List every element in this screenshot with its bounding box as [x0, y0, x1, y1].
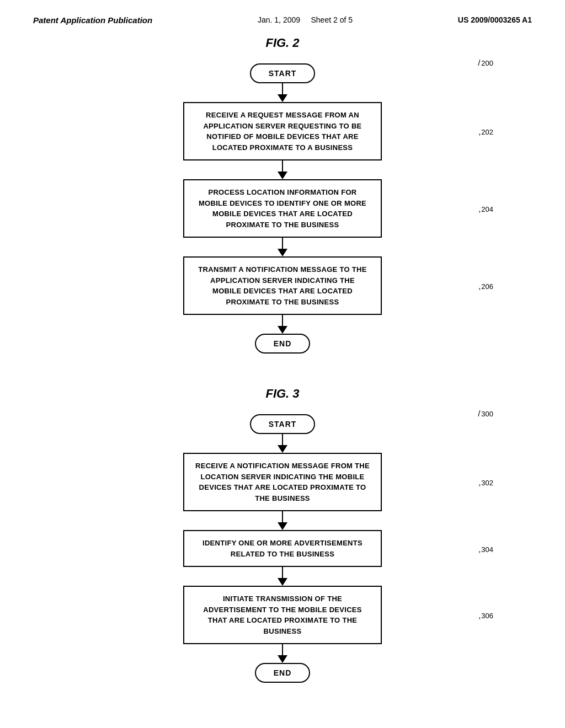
arrow-head: [278, 522, 287, 530]
fig2-label: FIG. 2: [265, 36, 299, 50]
fig2-box204-row: PROCESS LOCATION INFORMATION FOR MOBILE …: [44, 179, 521, 238]
fig2-end-oval: END: [255, 334, 311, 354]
fig3-end-row: END: [44, 663, 521, 683]
arrow-line: [282, 511, 283, 522]
arrow-line: [282, 83, 283, 94]
fig2-ref206: ,206: [478, 281, 493, 291]
arrow-head: [278, 249, 287, 256]
fig2-box202: RECEIVE A REQUEST MESSAGE FROM AN APPLIC…: [183, 102, 382, 160]
header-date: Jan. 1, 2009: [258, 15, 300, 24]
fig3-ref304: ,304: [478, 544, 493, 553]
fig3-end-oval: END: [255, 663, 311, 683]
fig3-ref302: ,302: [478, 478, 493, 487]
fig2-box202-row: RECEIVE A REQUEST MESSAGE FROM AN APPLIC…: [44, 102, 521, 160]
fig3-box306-row: INITIATE TRANSMISSION OF THE ADVERTISEME…: [44, 586, 521, 644]
fig3-flowchart: /300 START RECEIVE A NOTIFICATION MESSAG…: [44, 409, 521, 683]
arrow-line: [282, 238, 283, 249]
arrow-head: [278, 578, 287, 586]
arrow-head: [278, 326, 287, 334]
patent-number: US 2009/0003265 A1: [458, 15, 532, 24]
header-sheet: Sheet 2 of 5: [311, 15, 353, 24]
page-header: Patent Application Publication Jan. 1, 2…: [0, 0, 565, 30]
fig2-start-oval: START: [250, 63, 316, 83]
arrow-head: [278, 655, 287, 663]
fig3-box304-row: IDENTIFY ONE OR MORE ADVERTISEMENTS RELA…: [44, 530, 521, 567]
fig3-ref306: ,306: [478, 611, 493, 620]
fig3-box306: INITIATE TRANSMISSION OF THE ADVERTISEME…: [183, 586, 382, 644]
arrow-line: [282, 434, 283, 445]
header-date-sheet: Jan. 1, 2009 Sheet 2 of 5: [258, 15, 353, 24]
arrow-line: [282, 644, 283, 655]
fig2-box206-row: TRANSMIT A NOTIFICATION MESSAGE TO THE A…: [44, 256, 521, 315]
fig3-box302: RECEIVE A NOTIFICATION MESSAGE FROM THE …: [183, 453, 382, 511]
page: Patent Application Publication Jan. 1, 2…: [0, 0, 565, 728]
fig3-box304: IDENTIFY ONE OR MORE ADVERTISEMENTS RELA…: [183, 530, 382, 567]
fig2-flowchart: /200 START RECEIVE A REQUEST MESSAGE FRO…: [44, 58, 521, 354]
fig2-start-row: START: [44, 63, 521, 83]
fig2-box206: TRANSMIT A NOTIFICATION MESSAGE TO THE A…: [183, 256, 382, 315]
fig3-area: FIG. 3 /300 START RECEIVE A NOTIFICATION…: [44, 387, 521, 694]
arrow-head: [278, 172, 287, 179]
fig3-label: FIG. 3: [265, 387, 299, 401]
main-content: FIG. 2 /200 START RECEIVE A REQUEST MESS…: [0, 30, 565, 705]
publication-label: Patent Application Publication: [33, 15, 152, 25]
arrow-line: [282, 567, 283, 578]
fig2-ref204: ,204: [478, 204, 493, 213]
arrow-line: [282, 315, 283, 326]
fig3-start-row: START: [44, 414, 521, 434]
fig2-area: FIG. 2 /200 START RECEIVE A REQUEST MESS…: [44, 36, 521, 365]
fig2-end-row: END: [44, 334, 521, 354]
fig2-box204: PROCESS LOCATION INFORMATION FOR MOBILE …: [183, 179, 382, 238]
fig2-ref202: ,202: [478, 127, 493, 136]
arrow-head: [278, 445, 287, 453]
fig3-box302-row: RECEIVE A NOTIFICATION MESSAGE FROM THE …: [44, 453, 521, 511]
fig3-start-oval: START: [250, 414, 316, 434]
arrow-head: [278, 94, 287, 102]
arrow-line: [282, 160, 283, 172]
